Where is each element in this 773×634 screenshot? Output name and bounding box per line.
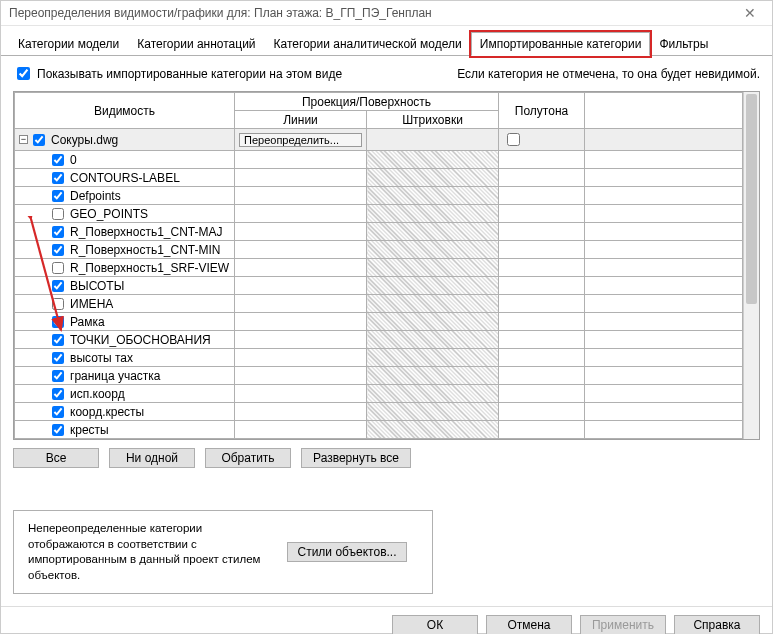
row-checkbox[interactable] — [52, 154, 64, 166]
halftone-cell[interactable] — [499, 259, 585, 277]
row-checkbox[interactable] — [52, 352, 64, 364]
lines-cell[interactable] — [235, 349, 367, 367]
halftone-cell[interactable] — [499, 421, 585, 439]
hatch-cell[interactable] — [367, 241, 499, 259]
close-icon[interactable]: ✕ — [736, 1, 764, 25]
table-row[interactable]: граница участка — [15, 367, 743, 385]
lines-cell[interactable] — [235, 241, 367, 259]
row-checkbox[interactable] — [52, 298, 64, 310]
lines-cell[interactable] — [235, 403, 367, 421]
halftone-cell[interactable] — [499, 349, 585, 367]
tab-filters[interactable]: Фильтры — [650, 32, 717, 56]
hatch-cell[interactable] — [367, 349, 499, 367]
row-checkbox[interactable] — [52, 226, 64, 238]
ok-button[interactable]: ОК — [392, 615, 478, 634]
hatch-cell[interactable] — [367, 223, 499, 241]
select-all-button[interactable]: Все — [13, 448, 99, 468]
table-row[interactable]: кресты — [15, 421, 743, 439]
invert-button[interactable]: Обратить — [205, 448, 291, 468]
halftone-cell[interactable] — [499, 277, 585, 295]
expand-all-button[interactable]: Развернуть все — [301, 448, 411, 468]
lines-cell[interactable] — [235, 421, 367, 439]
table-row[interactable]: ТОЧКИ_ОБОСНОВАНИЯ — [15, 331, 743, 349]
select-none-button[interactable]: Ни одной — [109, 448, 195, 468]
table-row[interactable]: ВЫСОТЫ — [15, 277, 743, 295]
show-imported-checkbox[interactable]: Показывать импортированные категории на … — [13, 64, 342, 83]
halftone-cell[interactable] — [499, 241, 585, 259]
lines-cell[interactable] — [235, 331, 367, 349]
hatch-cell[interactable] — [367, 385, 499, 403]
hatch-cell[interactable] — [367, 421, 499, 439]
tab-imported[interactable]: Импортированные категории — [471, 32, 651, 56]
hatch-cell[interactable] — [367, 277, 499, 295]
root-hatch-cell[interactable] — [367, 129, 499, 151]
row-checkbox[interactable] — [52, 370, 64, 382]
row-checkbox[interactable] — [52, 388, 64, 400]
hatch-cell[interactable] — [367, 367, 499, 385]
hatch-cell[interactable] — [367, 187, 499, 205]
lines-cell[interactable] — [235, 151, 367, 169]
halftone-cell[interactable] — [499, 403, 585, 421]
halftone-cell[interactable] — [499, 223, 585, 241]
row-checkbox[interactable] — [52, 190, 64, 202]
hatch-cell[interactable] — [367, 403, 499, 421]
show-imported-input[interactable] — [17, 67, 30, 80]
root-halftone-checkbox[interactable] — [507, 133, 520, 146]
table-row[interactable]: ИМЕНА — [15, 295, 743, 313]
halftone-cell[interactable] — [499, 367, 585, 385]
halftone-cell[interactable] — [499, 151, 585, 169]
hatch-cell[interactable] — [367, 259, 499, 277]
halftone-cell[interactable] — [499, 313, 585, 331]
root-checkbox[interactable] — [33, 134, 45, 146]
tab-analytical[interactable]: Категории аналитической модели — [265, 32, 471, 56]
hatch-cell[interactable] — [367, 169, 499, 187]
row-checkbox[interactable] — [52, 406, 64, 418]
table-row[interactable]: GEO_POINTS — [15, 205, 743, 223]
lines-cell[interactable] — [235, 205, 367, 223]
expand-toggle-icon[interactable]: − — [19, 135, 28, 144]
row-checkbox[interactable] — [52, 280, 64, 292]
table-row[interactable]: R_Поверхность1_CNT-MAJ — [15, 223, 743, 241]
hatch-cell[interactable] — [367, 151, 499, 169]
object-styles-button[interactable]: Стили объектов... — [287, 542, 407, 562]
lines-cell[interactable] — [235, 259, 367, 277]
halftone-cell[interactable] — [499, 385, 585, 403]
scrollbar-thumb[interactable] — [746, 94, 757, 304]
vertical-scrollbar[interactable] — [743, 92, 759, 439]
row-checkbox[interactable] — [52, 316, 64, 328]
lines-cell[interactable] — [235, 187, 367, 205]
halftone-cell[interactable] — [499, 205, 585, 223]
help-button[interactable]: Справка — [674, 615, 760, 634]
lines-cell[interactable] — [235, 169, 367, 187]
hatch-cell[interactable] — [367, 313, 499, 331]
lines-cell[interactable] — [235, 295, 367, 313]
table-row[interactable]: 0 — [15, 151, 743, 169]
hatch-cell[interactable] — [367, 205, 499, 223]
tab-annotation[interactable]: Категории аннотаций — [128, 32, 264, 56]
row-checkbox[interactable] — [52, 334, 64, 346]
row-checkbox[interactable] — [52, 172, 64, 184]
table-row[interactable]: исп.коорд — [15, 385, 743, 403]
lines-cell[interactable] — [235, 277, 367, 295]
table-row[interactable]: Defpoints — [15, 187, 743, 205]
table-row[interactable]: CONTOURS-LABEL — [15, 169, 743, 187]
apply-button[interactable]: Применить — [580, 615, 666, 634]
table-row[interactable]: R_Поверхность1_SRF-VIEW — [15, 259, 743, 277]
halftone-cell[interactable] — [499, 169, 585, 187]
lines-cell[interactable] — [235, 313, 367, 331]
tab-model[interactable]: Категории модели — [9, 32, 128, 56]
halftone-cell[interactable] — [499, 331, 585, 349]
halftone-cell[interactable] — [499, 295, 585, 313]
row-checkbox[interactable] — [52, 208, 64, 220]
cancel-button[interactable]: Отмена — [486, 615, 572, 634]
lines-cell[interactable] — [235, 385, 367, 403]
table-row[interactable]: коорд.кресты — [15, 403, 743, 421]
row-checkbox[interactable] — [52, 244, 64, 256]
table-row[interactable]: высоты тах — [15, 349, 743, 367]
override-lines-button[interactable]: Переопределить... — [239, 133, 362, 147]
lines-cell[interactable] — [235, 367, 367, 385]
hatch-cell[interactable] — [367, 295, 499, 313]
lines-cell[interactable] — [235, 223, 367, 241]
table-row[interactable]: Рамка — [15, 313, 743, 331]
table-row[interactable]: R_Поверхность1_CNT-MIN — [15, 241, 743, 259]
